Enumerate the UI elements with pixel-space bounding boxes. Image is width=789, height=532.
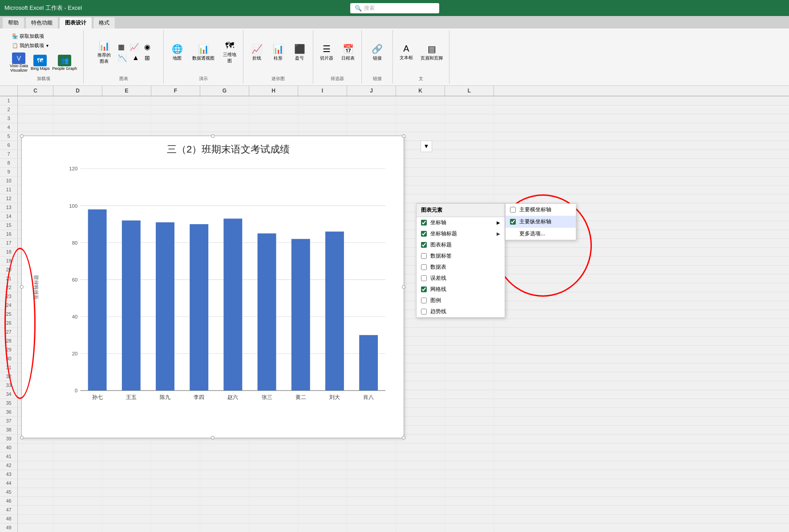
grid-cell[interactable] <box>445 319 494 328</box>
grid-cell[interactable] <box>151 105 200 114</box>
table-row[interactable]: 3 <box>0 114 789 123</box>
grid-cell[interactable] <box>445 168 494 177</box>
grid-cell[interactable] <box>18 497 53 506</box>
win-sparkline-btn[interactable]: ⬛ 盈亏 <box>290 42 309 63</box>
table-row[interactable]: 49 <box>0 524 789 532</box>
grid-cell[interactable] <box>18 452 53 461</box>
grid-cell[interactable] <box>298 497 347 506</box>
grid-cell[interactable] <box>102 105 151 114</box>
bing-maps-btn[interactable]: 🗺 Bing Maps <box>31 55 50 71</box>
grid-cell[interactable] <box>445 177 494 185</box>
grid-cell[interactable] <box>445 515 494 524</box>
grid-cell[interactable] <box>396 443 445 452</box>
grid-cell[interactable] <box>347 123 396 132</box>
slicer-btn[interactable]: ☰ 切片器 <box>317 42 336 63</box>
panel-item-legend[interactable]: 图例 <box>417 295 505 306</box>
grid-cell[interactable] <box>445 363 494 372</box>
column-sparkline-btn[interactable]: 📊 柱形 <box>268 42 288 63</box>
grid-cell[interactable] <box>347 488 396 497</box>
grid-cell[interactable] <box>151 470 200 479</box>
grid-cell[interactable] <box>396 488 445 497</box>
grid-cell[interactable] <box>445 194 494 203</box>
grid-cell[interactable] <box>249 461 298 470</box>
chart-title[interactable]: 三（2）班期末语文考试成绩 <box>62 143 395 156</box>
grid-cell[interactable] <box>249 479 298 488</box>
grid-cell[interactable] <box>445 524 494 532</box>
grid-cell[interactable] <box>53 470 102 479</box>
checkbox-chart-title[interactable] <box>421 242 427 248</box>
grid-cell[interactable] <box>249 470 298 479</box>
grid-cell[interactable] <box>151 461 200 470</box>
checkbox-trendline[interactable] <box>421 309 427 314</box>
grid-cell[interactable] <box>298 114 347 123</box>
grid-cell[interactable] <box>18 105 53 114</box>
chart-type-3-btn[interactable]: ◉ <box>142 42 153 52</box>
grid-cell[interactable] <box>445 488 494 497</box>
grid-cell[interactable] <box>200 524 249 532</box>
grid-cell[interactable] <box>102 97 151 105</box>
grid-cell[interactable] <box>102 506 151 515</box>
grid-cell[interactable] <box>151 123 200 132</box>
grid-cell[interactable] <box>445 426 494 435</box>
grid-cell[interactable] <box>298 515 347 524</box>
grid-cell[interactable] <box>200 506 249 515</box>
grid-cell[interactable] <box>249 452 298 461</box>
grid-cell[interactable] <box>18 479 53 488</box>
grid-cell[interactable] <box>53 524 102 532</box>
grid-cell[interactable] <box>53 97 102 105</box>
grid-cell[interactable] <box>445 159 494 168</box>
grid-cell[interactable] <box>445 346 494 355</box>
grid-cell[interactable] <box>298 488 347 497</box>
grid-cell[interactable] <box>298 461 347 470</box>
grid-cell[interactable] <box>298 97 347 105</box>
grid-cell[interactable] <box>445 435 494 443</box>
grid-cell[interactable] <box>102 452 151 461</box>
grid-cell[interactable] <box>151 443 200 452</box>
grid-cell[interactable] <box>18 470 53 479</box>
grid-cell[interactable] <box>18 506 53 515</box>
y-axis-title[interactable]: 坐标轴标题 <box>33 274 40 299</box>
grid-cell[interactable] <box>445 132 494 141</box>
text-box-btn[interactable]: A 文本框 <box>397 42 416 62</box>
grid-cell[interactable] <box>445 105 494 114</box>
grid-cell[interactable] <box>102 123 151 132</box>
recommend-chart-btn[interactable]: 📊 推荐的图表 <box>94 39 114 66</box>
people-graph-btn[interactable]: 👥 People Graph <box>52 55 77 71</box>
grid-cell[interactable] <box>200 97 249 105</box>
table-row[interactable]: 41 <box>0 452 789 461</box>
my-addin-btn[interactable]: 📋 我的加载项 ▼ <box>10 41 52 50</box>
grid-cell[interactable] <box>445 399 494 408</box>
grid-cell[interactable] <box>396 524 445 532</box>
table-row[interactable]: 1 <box>0 97 789 105</box>
grid-cell[interactable] <box>249 497 298 506</box>
checkbox-error-bars[interactable] <box>421 275 427 281</box>
grid-cell[interactable] <box>249 488 298 497</box>
chart-type-4-btn[interactable]: 📉 <box>116 53 129 63</box>
sub-item-more[interactable]: 更多选项... <box>506 228 576 240</box>
chart-type-6-btn[interactable]: ⊞ <box>142 53 152 63</box>
grid-cell[interactable] <box>151 515 200 524</box>
panel-item-chart-title[interactable]: 图表标题 <box>417 239 505 250</box>
checkbox-v-axis[interactable] <box>510 219 516 225</box>
col-header-l[interactable]: L <box>445 86 494 96</box>
grid-cell[interactable] <box>347 461 396 470</box>
grid-cell[interactable] <box>445 479 494 488</box>
panel-item-gridlines[interactable]: 网格线 <box>417 284 505 295</box>
map-btn[interactable]: 🌐 地图 <box>167 42 187 63</box>
grid-cell[interactable] <box>445 381 494 390</box>
panel-item-axis[interactable]: 坐标轴 ▶ <box>417 217 505 228</box>
pivot-chart-btn[interactable]: 📊 数据透视图 <box>190 42 217 63</box>
grid-cell[interactable] <box>445 390 494 399</box>
grid-cell[interactable] <box>151 524 200 532</box>
grid-cell[interactable] <box>396 461 445 470</box>
grid-cell[interactable] <box>102 443 151 452</box>
grid-cell[interactable] <box>396 123 445 132</box>
grid-cell[interactable] <box>102 497 151 506</box>
grid-cell[interactable] <box>445 417 494 426</box>
checkbox-axis[interactable] <box>421 220 427 226</box>
grid-cell[interactable] <box>445 452 494 461</box>
grid-cell[interactable] <box>347 114 396 123</box>
grid-cell[interactable] <box>396 452 445 461</box>
table-row[interactable]: 42 <box>0 461 789 470</box>
panel-item-data-table[interactable]: 数据表 <box>417 262 505 273</box>
